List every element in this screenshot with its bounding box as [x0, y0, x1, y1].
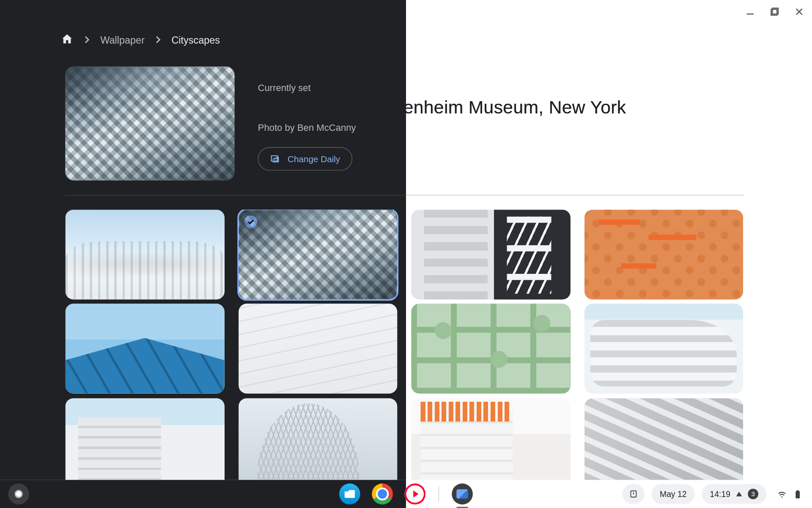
- header-divider: [406, 195, 744, 196]
- wallpaper-tile[interactable]: [411, 304, 570, 394]
- chrome-app-icon[interactable]: [372, 483, 393, 505]
- change-daily-label: Change Daily: [288, 154, 340, 163]
- wifi-icon: [777, 489, 787, 499]
- notification-count-badge: 3: [748, 489, 758, 499]
- breadcrumb-home[interactable]: [60, 33, 73, 48]
- shelf-pinned-apps: [339, 483, 473, 505]
- wallpaper-tile[interactable]: [584, 210, 743, 299]
- wallpaper-tile[interactable]: [584, 304, 743, 394]
- status-tray: May 12 14:19 3: [623, 480, 806, 508]
- current-wallpaper-preview: [65, 66, 234, 180]
- wallpaper-picker-window: Wallpaper Cityscapes Currently set Solom…: [0, 0, 812, 480]
- status-area-button[interactable]: 14:19 3: [702, 484, 766, 504]
- close-button[interactable]: [791, 3, 807, 20]
- launcher-icon: [14, 490, 22, 498]
- home-icon: [60, 33, 73, 45]
- breadcrumb: Wallpaper Cityscapes: [60, 33, 220, 48]
- breadcrumb-cityscapes[interactable]: Cityscapes: [171, 35, 220, 47]
- window-controls: [742, 3, 807, 20]
- breadcrumb-wallpaper[interactable]: Wallpaper: [100, 35, 145, 47]
- chevron-right-icon: [154, 35, 162, 47]
- chevron-right-icon: [83, 35, 91, 47]
- wallpaper-tile[interactable]: [411, 398, 570, 480]
- wallpaper-tile[interactable]: [411, 210, 570, 299]
- shelf: May 12 14:19 3: [0, 480, 812, 508]
- shelf-date: May 12: [660, 489, 686, 499]
- shelf-time: 14:19: [710, 489, 730, 499]
- wallpaper-tile[interactable]: [65, 398, 224, 480]
- shelf-separator: [439, 486, 439, 502]
- files-app-icon[interactable]: [339, 483, 360, 505]
- battery-icon: [793, 489, 802, 499]
- launcher-button[interactable]: [8, 483, 29, 505]
- maximize-button[interactable]: [766, 3, 783, 20]
- minimize-button[interactable]: [742, 3, 758, 20]
- wallpaper-tile[interactable]: [238, 210, 397, 299]
- caret-up-icon: [736, 491, 742, 496]
- slideshow-icon: [270, 154, 281, 164]
- change-daily-button[interactable]: Change Daily: [258, 147, 353, 171]
- wallpaper-grid: [65, 210, 743, 480]
- current-wallpaper-credit: Photo by Ben McCanny: [258, 123, 744, 133]
- youtube-music-app-icon[interactable]: [405, 483, 426, 505]
- wallpaper-tile[interactable]: [238, 304, 397, 394]
- currently-set-label: Currently set: [258, 83, 744, 94]
- status-icons[interactable]: [774, 489, 806, 499]
- selected-check-icon: [244, 215, 257, 228]
- current-wallpaper-header: Currently set Solomon R. Guggenheim Muse…: [65, 66, 744, 180]
- wallpaper-tile[interactable]: [584, 398, 743, 480]
- wallpaper-tile[interactable]: [65, 210, 224, 299]
- calendar-button[interactable]: May 12: [652, 484, 695, 504]
- wallpaper-tile[interactable]: [65, 304, 224, 394]
- stylus-tools-button[interactable]: [623, 484, 645, 504]
- current-wallpaper-title: Solomon R. Guggenheim Museum, New York S…: [258, 97, 744, 118]
- current-wallpaper-meta: Currently set Solomon R. Guggenheim Muse…: [258, 66, 744, 180]
- wallpaper-app-icon[interactable]: [452, 483, 473, 505]
- wallpaper-tile[interactable]: [238, 398, 397, 480]
